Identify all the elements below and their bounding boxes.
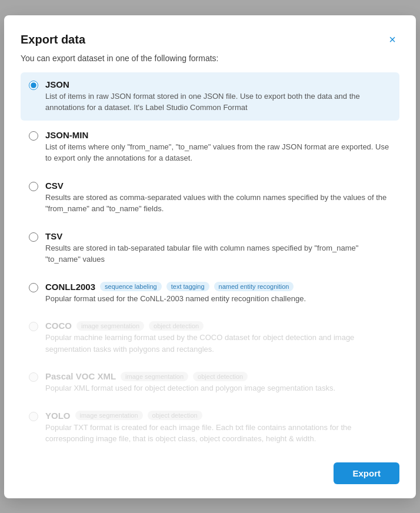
tag-sequence-labeling: sequence labeling bbox=[100, 282, 162, 291]
format-name-yolo: YOLO bbox=[45, 411, 71, 421]
format-name-json-min: JSON-MIN bbox=[45, 130, 88, 140]
format-name-row-json-min: JSON-MIN bbox=[45, 130, 391, 140]
format-name-coco: COCO bbox=[45, 321, 72, 331]
format-item-csv[interactable]: CSVResults are stored as comma-separated… bbox=[21, 174, 399, 222]
tag-image-segmentation: image segmentation bbox=[75, 411, 143, 420]
radio-json[interactable] bbox=[29, 81, 38, 92]
export-button[interactable]: Export bbox=[334, 462, 399, 484]
format-content-json-min: JSON-MINList of items where only "from_n… bbox=[45, 130, 391, 164]
tag-object-detection: object detection bbox=[148, 411, 202, 420]
format-desc-coco: Popular machine learning format used by … bbox=[45, 332, 391, 355]
format-item-json[interactable]: JSONList of items in raw JSON format sto… bbox=[21, 72, 399, 121]
format-name-json: JSON bbox=[45, 79, 69, 89]
format-content-coco: COCOimage segmentationobject detectionPo… bbox=[45, 321, 391, 355]
tag-image-segmentation: image segmentation bbox=[121, 372, 188, 381]
radio-input-pascal-voc-xml bbox=[29, 372, 38, 382]
radio-input-yolo bbox=[29, 412, 38, 421]
format-desc-json: List of items in raw JSON format stored … bbox=[45, 91, 391, 114]
radio-input-json-min[interactable] bbox=[29, 131, 38, 141]
format-list: JSONList of items in raw JSON format sto… bbox=[21, 72, 399, 452]
format-content-yolo: YOLOimage segmentationobject detectionPo… bbox=[45, 411, 391, 445]
modal-footer: Export bbox=[21, 452, 399, 484]
format-content-tsv: TSVResults are stored in tab-separated t… bbox=[45, 231, 391, 265]
radio-pascal-voc-xml bbox=[29, 372, 38, 384]
tag-text-tagging: text tagging bbox=[166, 282, 209, 291]
format-desc-conll2003: Popular format used for the CoNLL-2003 n… bbox=[45, 293, 391, 305]
format-item-coco: COCOimage segmentationobject detectionPo… bbox=[21, 314, 399, 362]
radio-conll2003[interactable] bbox=[29, 283, 38, 295]
format-name-row-csv: CSV bbox=[45, 181, 391, 191]
format-name-row-json: JSON bbox=[45, 79, 391, 89]
modal-header: Export data × bbox=[21, 32, 399, 48]
radio-input-conll2003[interactable] bbox=[29, 283, 38, 292]
format-desc-csv: Results are stored as comma-separated va… bbox=[45, 192, 391, 215]
format-name-row-conll2003: CONLL2003sequence labelingtext taggingna… bbox=[45, 282, 391, 292]
tag-object-detection: object detection bbox=[149, 321, 204, 331]
format-name-conll2003: CONLL2003 bbox=[45, 282, 95, 292]
format-name-row-yolo: YOLOimage segmentationobject detection bbox=[45, 411, 391, 421]
format-item-pascal-voc-xml: Pascal VOC XMLimage segmentationobject d… bbox=[21, 364, 399, 401]
format-name-row-tsv: TSV bbox=[45, 231, 391, 241]
radio-yolo bbox=[29, 412, 38, 424]
format-name-pascal-voc-xml: Pascal VOC XML bbox=[45, 371, 116, 381]
format-content-csv: CSVResults are stored as comma-separated… bbox=[45, 181, 391, 215]
tag-image-segmentation: image segmentation bbox=[76, 321, 144, 331]
format-desc-yolo: Popular TXT format is created for each i… bbox=[45, 422, 391, 445]
format-item-yolo: YOLOimage segmentationobject detectionPo… bbox=[21, 404, 399, 452]
format-name-tsv: TSV bbox=[45, 231, 62, 241]
modal-subtitle: You can export dataset in one of the fol… bbox=[21, 54, 399, 63]
radio-coco bbox=[29, 322, 38, 334]
tag-object-detection: object detection bbox=[193, 372, 248, 381]
format-item-tsv[interactable]: TSVResults are stored in tab-separated t… bbox=[21, 224, 399, 272]
modal-title: Export data bbox=[21, 33, 85, 46]
format-content-conll2003: CONLL2003sequence labelingtext taggingna… bbox=[45, 282, 391, 305]
format-name-row-coco: COCOimage segmentationobject detection bbox=[45, 321, 391, 331]
format-desc-json-min: List of items where only "from_name", "t… bbox=[45, 141, 391, 164]
format-name-row-pascal-voc-xml: Pascal VOC XMLimage segmentationobject d… bbox=[45, 371, 391, 381]
export-modal: Export data × You can export dataset in … bbox=[4, 15, 416, 498]
modal-overlay: Export data × You can export dataset in … bbox=[0, 0, 420, 513]
format-item-json-min[interactable]: JSON-MINList of items where only "from_n… bbox=[21, 123, 399, 171]
format-content-json: JSONList of items in raw JSON format sto… bbox=[45, 79, 391, 114]
radio-input-coco bbox=[29, 322, 38, 331]
format-name-csv: CSV bbox=[45, 181, 64, 191]
format-content-pascal-voc-xml: Pascal VOC XMLimage segmentationobject d… bbox=[45, 371, 391, 394]
radio-input-json[interactable] bbox=[29, 81, 38, 90]
radio-tsv[interactable] bbox=[29, 232, 38, 244]
format-item-conll2003[interactable]: CONLL2003sequence labelingtext taggingna… bbox=[21, 275, 399, 312]
radio-input-csv[interactable] bbox=[29, 182, 38, 191]
radio-input-tsv[interactable] bbox=[29, 232, 38, 242]
tag-named-entity-recognition: named entity recognition bbox=[214, 282, 294, 291]
format-desc-tsv: Results are stored in tab-separated tabu… bbox=[45, 242, 391, 265]
radio-csv[interactable] bbox=[29, 182, 38, 194]
format-desc-pascal-voc-xml: Popular XML format used for object detec… bbox=[45, 382, 391, 394]
close-button[interactable]: × bbox=[385, 32, 399, 48]
radio-json-min[interactable] bbox=[29, 131, 38, 143]
